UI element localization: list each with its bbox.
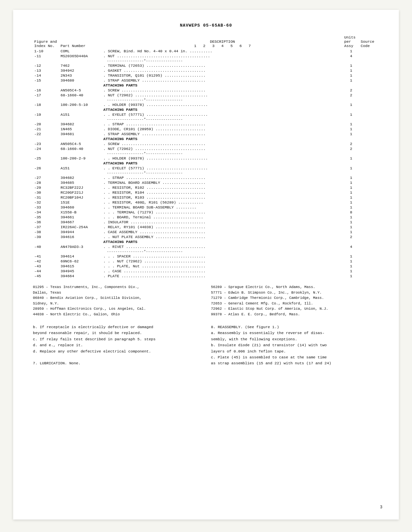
header-title: NAVWEPS 05-65AB-60 <box>180 23 232 28</box>
cell-units: 2 <box>343 146 359 151</box>
cell-part: 394682 <box>59 175 102 180</box>
cell-units: 1 <box>343 254 359 259</box>
attaching-text: ATTACHING PARTS <box>102 239 379 244</box>
text-right: 8. REASSEMBLY. (See figure 1.)a. Reassem… <box>211 324 379 367</box>
cell-source <box>359 220 379 225</box>
text-line: 8. REASSEMBLY. (See figure 1.) <box>211 324 379 330</box>
cell-units: 1 <box>343 195 359 200</box>
cell-part: 100-200-5-10 <box>59 102 102 107</box>
cell-part: 1N465 <box>59 127 102 132</box>
cell-desc: . STRAP ASSEMBLY .......................… <box>102 78 343 83</box>
table-row: -15 394680 . STRAP ASSEMBLY ............… <box>33 78 379 83</box>
divider-row: -----------------*----------------- <box>33 59 379 63</box>
col-header-part: Part Number <box>59 35 102 49</box>
text-line: c. Plate (45) is assembled to case at th… <box>211 354 379 360</box>
cell-desc: . INSULATOR ............................… <box>102 220 343 225</box>
cell-source <box>359 185 379 190</box>
cell-source <box>359 180 379 185</box>
table-row: -11 MS20365D440A . NUT .................… <box>33 54 379 59</box>
cell-part: 394660 <box>59 205 102 210</box>
cell-units: 1 <box>343 63 359 68</box>
cell-figure: -26 <box>33 166 59 171</box>
cell-part: X1558-B <box>59 210 102 215</box>
cell-desc: . STRAP ASSEMBLY .......................… <box>102 132 343 136</box>
cell-part: 394661 <box>59 215 102 220</box>
cell-figure: -43 <box>33 264 59 269</box>
table-row: -29 RC32BF222J . . RESISTOR, R102 ......… <box>33 185 379 190</box>
footnotes-left: 01295 - Texas Instruments, Inc., Compone… <box>33 284 201 317</box>
cell-figure: -17 <box>33 93 59 98</box>
cell-source <box>359 254 379 259</box>
cell-source <box>359 146 379 151</box>
cell-source <box>359 102 379 107</box>
cell-units: 8 <box>343 210 359 215</box>
cell-figure: 1-10 <box>33 49 59 54</box>
cell-part: 394615 <box>59 264 102 269</box>
cell-source <box>359 274 379 278</box>
cell-source <box>359 259 379 264</box>
cell-units: 1 <box>343 259 359 264</box>
cell-part: 394616 <box>59 234 102 239</box>
cell-part: RC20BF104J <box>59 195 102 200</box>
attaching-text: ATTACHING PARTS <box>102 107 379 112</box>
table-row: -19 A151 . . EYELET (57771) ............… <box>33 112 379 117</box>
cell-figure: -24 <box>33 146 59 151</box>
cell-figure: -15 <box>33 78 59 83</box>
footnote-line: Dallas, Texas <box>33 290 201 296</box>
cell-desc: . . CASE ...............................… <box>102 269 343 274</box>
table-row: -17 68-1660-40 . NUT (72962) ...........… <box>33 93 379 98</box>
cell-source <box>359 230 379 234</box>
cell-desc: . . RESISTOR, R102 .....................… <box>102 185 343 190</box>
cell-figure: -12 <box>33 63 59 68</box>
cell-figure: -45 <box>33 274 59 278</box>
cell-desc: . . RESISTOR, 480Ω, R101 (56289) .......… <box>102 200 343 205</box>
divider-row: -----------------*----------------- <box>33 171 379 175</box>
text-line: d. and e., replace it. <box>33 342 201 348</box>
cell-units: 1 <box>343 132 359 136</box>
cell-figure: -22 <box>33 132 59 136</box>
text-line: beyond reasonable repair, it should be r… <box>33 330 201 336</box>
cell-part: RC32BF222J <box>59 185 102 190</box>
cell-desc: . CASE ASSEMBLY ........................… <box>102 230 343 234</box>
table-row: -20 394682 . . STRAP ...................… <box>33 122 379 127</box>
table-row: 1-10 COML . SCREW, Bind. Hd No. 4-40 x 0… <box>33 49 379 54</box>
cell-part: 151E <box>59 200 102 205</box>
cell-units: 1 <box>343 122 359 127</box>
cell-part: 68-1660-40 <box>59 146 102 151</box>
cell-figure: -16 <box>33 88 59 93</box>
cell-units: 1 <box>343 127 359 132</box>
cell-source <box>359 234 379 239</box>
cell-part: IR226AC-254A <box>59 225 102 230</box>
attaching-text: ATTACHING PARTS <box>102 161 379 166</box>
cell-desc: . SCREW ................................… <box>102 141 343 146</box>
cell-desc: . . . PLATE, Nut .......................… <box>102 264 343 269</box>
cell-part: COML <box>59 49 102 54</box>
cell-figure: -14 <box>33 73 59 78</box>
divider-row: -----------------*----------------- <box>33 117 379 122</box>
cell-part: AN470AD3-3 <box>59 244 102 249</box>
table-row: -24 68-1660-40 . NUT (72962) ...........… <box>33 146 379 151</box>
cell-units: 1 <box>343 175 359 180</box>
cell-source <box>359 195 379 200</box>
cell-figure: -19 <box>33 112 59 117</box>
table-row: -38 394944 . CASE ASSEMBLY .............… <box>33 230 379 234</box>
cell-figure: -18 <box>33 102 59 107</box>
text-line: sembly, with the following exceptions. <box>211 336 379 342</box>
cell-desc: . . STRAP ..............................… <box>102 175 343 180</box>
cell-source <box>359 175 379 180</box>
cell-part: 394664 <box>59 274 102 278</box>
cell-desc: . . . BOARD, Terminal ..................… <box>102 215 343 220</box>
cell-part: RC20GF221J <box>59 190 102 195</box>
cell-figure: -21 <box>33 127 59 132</box>
cell-desc: . . TERMINAL BOARD SUB-ASSEMBLY ........… <box>102 205 343 210</box>
cell-figure: -42 <box>33 259 59 264</box>
cell-figure: -29 <box>33 185 59 190</box>
table-row: -26 A151 . . EYELET (57771) ............… <box>33 166 379 171</box>
cell-units: 1 <box>343 68 359 73</box>
cell-source <box>359 63 379 68</box>
text-line: d. Replace any other defective electrica… <box>33 349 201 354</box>
text-line: 7. LUBRICATION. None. <box>33 360 201 366</box>
cell-source <box>359 156 379 161</box>
cell-figure: -44 <box>33 269 59 274</box>
cell-figure: -34 <box>33 210 59 215</box>
